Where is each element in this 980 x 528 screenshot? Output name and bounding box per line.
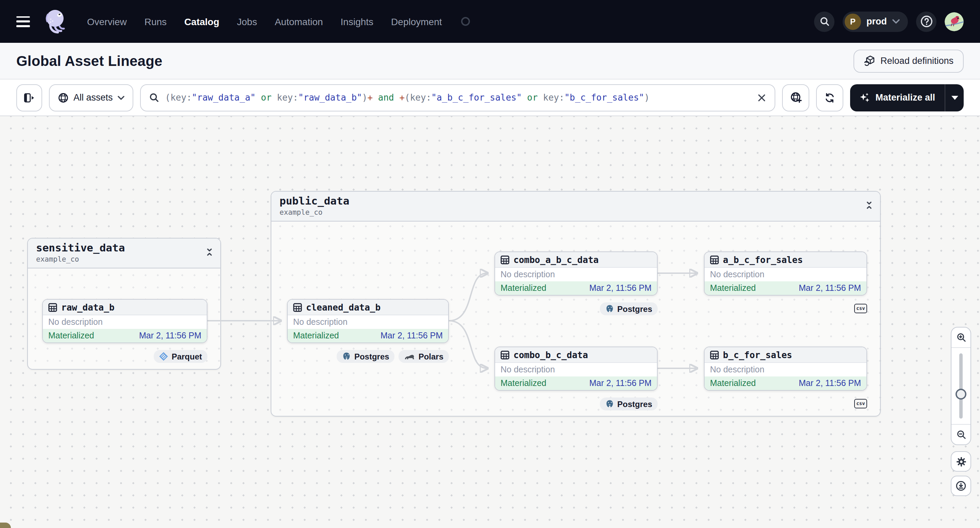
status-timestamp: Mar 2, 11:56 PM xyxy=(380,331,443,341)
reload-definitions-button[interactable]: Reload definitions xyxy=(853,49,964,72)
download-image-button[interactable] xyxy=(951,476,971,496)
csv-icon[interactable]: csv xyxy=(854,304,867,313)
query-segment: + xyxy=(399,92,405,103)
asset-node-a-b-c-for-sales[interactable]: a_b_c_for_sales No description Materiali… xyxy=(704,251,867,296)
collapse-group-icon[interactable] xyxy=(865,200,873,212)
asset-status-row: Materialized Mar 2, 11:56 PM xyxy=(43,329,207,342)
postgres-icon xyxy=(605,400,614,408)
table-icon xyxy=(501,350,509,359)
asset-name: combo_b_c_data xyxy=(514,350,588,360)
nav-item-automation[interactable]: Automation xyxy=(275,16,323,27)
kind-badge-postgres[interactable]: Postgres xyxy=(600,398,658,411)
asset-node-combo-a-b-c-data[interactable]: combo_a_b_c_data No description Material… xyxy=(495,251,658,296)
asset-name: cleaned_data_b xyxy=(306,302,380,312)
zoom-out-icon xyxy=(956,430,966,440)
hamburger-menu-icon[interactable] xyxy=(16,16,30,27)
nav-item-catalog[interactable]: Catalog xyxy=(184,16,220,27)
kind-badge-postgres[interactable]: Postgres xyxy=(337,350,395,363)
asset-node-raw-data-b[interactable]: raw_data_b No description Materialized M… xyxy=(42,299,207,343)
materialize-all-button[interactable]: Materialize all xyxy=(850,84,945,111)
asset-scope-selector[interactable]: All assets xyxy=(49,84,133,111)
table-icon xyxy=(710,350,719,359)
page-title: Global Asset Lineage xyxy=(16,53,162,69)
top-nav: Overview Runs Catalog Jobs Automation In… xyxy=(0,0,980,43)
environment-name: prod xyxy=(866,16,887,27)
zoom-out-button[interactable] xyxy=(951,424,970,444)
badge-row: csv xyxy=(704,304,867,313)
refresh-button[interactable] xyxy=(816,84,843,111)
globe-plus-icon xyxy=(790,92,802,103)
asset-search-input[interactable]: (key:"raw_data_a" or key:"raw_data_b")+ … xyxy=(140,84,776,111)
asset-node-header: b_c_for_sales xyxy=(705,347,866,363)
asset-node-header: combo_b_c_data xyxy=(495,347,657,363)
collapse-group-icon[interactable] xyxy=(205,247,213,259)
status-label: Materialized xyxy=(501,379,546,388)
kind-badge-polars[interactable]: Polars xyxy=(399,350,449,363)
group-header[interactable]: public_data example_co xyxy=(271,192,880,222)
globe-icon xyxy=(58,92,69,103)
query-segment: key: xyxy=(277,92,298,103)
asset-node-b-c-for-sales[interactable]: b_c_for_sales No description Materialize… xyxy=(704,347,867,391)
global-search-button[interactable] xyxy=(814,11,834,32)
lineage-canvas[interactable]: sensitive_data example_co public_data ex… xyxy=(0,116,980,528)
asset-description: No description xyxy=(43,315,207,329)
nav-item-insights[interactable]: Insights xyxy=(341,16,374,27)
badge-row: Parquet xyxy=(42,350,207,363)
dagster-app: Overview Runs Catalog Jobs Automation In… xyxy=(0,0,980,528)
query-segment: "b_c_for_sales" xyxy=(565,92,644,103)
nav-right-cluster: P prod xyxy=(814,11,964,32)
user-avatar[interactable] xyxy=(945,12,964,31)
asset-node-header: a_b_c_for_sales xyxy=(705,252,866,268)
polars-icon xyxy=(404,353,415,360)
asset-node-combo-b-c-data[interactable]: combo_b_c_data No description Materializ… xyxy=(495,347,658,391)
zoom-in-button[interactable] xyxy=(951,328,970,348)
badge-label: Parquet xyxy=(172,352,202,361)
group-header[interactable]: sensitive_data example_co xyxy=(28,238,220,268)
caret-down-icon xyxy=(951,95,958,100)
query-segment: and xyxy=(373,92,399,103)
status-label: Materialized xyxy=(710,379,756,388)
csv-icon[interactable]: csv xyxy=(854,399,867,408)
asset-node-cleaned-data-b[interactable]: cleaned_data_b No description Materializ… xyxy=(287,299,449,343)
nav-item-overview[interactable]: Overview xyxy=(87,16,127,27)
zoom-slider[interactable] xyxy=(951,348,970,424)
badge-label: Postgres xyxy=(617,304,652,314)
search-icon xyxy=(819,16,829,27)
materialize-options-button[interactable] xyxy=(945,84,964,111)
status-label: Materialized xyxy=(48,331,94,341)
query-segment: ) xyxy=(362,92,368,103)
parquet-icon xyxy=(159,352,168,361)
badge-label: csv xyxy=(856,306,865,311)
badge-label: Postgres xyxy=(617,399,652,409)
status-label: Materialized xyxy=(293,331,339,341)
nav-item-runs[interactable]: Runs xyxy=(145,16,167,27)
zoom-slider-handle[interactable] xyxy=(956,389,966,400)
help-button[interactable] xyxy=(916,11,937,32)
table-icon xyxy=(710,255,719,264)
badge-label: csv xyxy=(856,401,865,406)
query-segment: or xyxy=(522,92,543,103)
kind-badge-postgres[interactable]: Postgres xyxy=(600,303,658,315)
asset-status-row: Materialized Mar 2, 11:56 PM xyxy=(288,329,448,342)
group-title: public_data xyxy=(280,195,872,207)
reload-definitions-label: Reload definitions xyxy=(880,56,953,66)
open-sidebar-button[interactable] xyxy=(16,84,42,111)
lineage-toolbar: All assets (key:"raw_data_a" or key:"raw… xyxy=(0,79,980,116)
asset-scope-label: All assets xyxy=(73,92,113,103)
gear-icon xyxy=(956,456,966,466)
group-by-location-button[interactable] xyxy=(782,84,809,111)
asset-name: combo_a_b_c_data xyxy=(514,254,598,265)
dagster-logo[interactable] xyxy=(42,6,69,36)
nav-item-deployment[interactable]: Deployment xyxy=(391,16,442,27)
materialize-all-label: Materialize all xyxy=(875,92,935,103)
clear-search-button[interactable] xyxy=(757,93,767,102)
environment-switcher[interactable]: P prod xyxy=(843,11,908,32)
status-label: Materialized xyxy=(710,283,756,293)
search-query: (key:"raw_data_a" or key:"raw_data_b")+ … xyxy=(165,92,751,103)
page-header: Global Asset Lineage Reload definitions xyxy=(0,43,980,79)
nav-item-jobs[interactable]: Jobs xyxy=(237,16,257,27)
nav-items: Overview Runs Catalog Jobs Automation In… xyxy=(87,16,470,27)
kind-badge-parquet[interactable]: Parquet xyxy=(154,350,207,363)
graph-settings-button[interactable] xyxy=(951,451,971,472)
query-segment: (key: xyxy=(405,92,431,103)
